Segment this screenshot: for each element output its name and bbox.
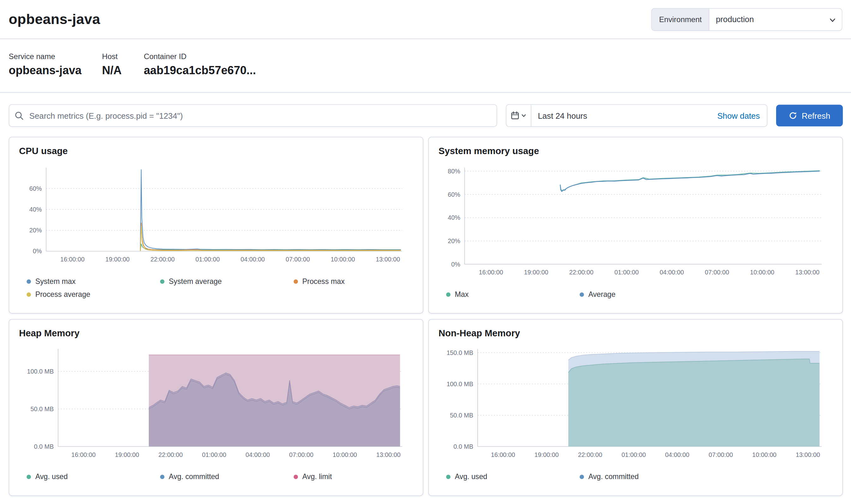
stat-label: Container ID: [144, 52, 256, 61]
svg-text:07:00:00: 07:00:00: [286, 256, 310, 263]
show-dates-link[interactable]: Show dates: [717, 111, 767, 120]
panel-title: Heap Memory: [19, 328, 413, 339]
legend-dot-icon: [26, 279, 31, 284]
non-heap-memory-chart: 0.0 MB50.0 MB100.0 MB150.0 MB16:00:0019:…: [439, 344, 827, 463]
calendar-icon: [511, 111, 519, 120]
heap-memory-legend: Avg. usedAvg. committedAvg. limit: [26, 472, 413, 481]
heap-memory-panel: Heap Memory 0.0 MB50.0 MB100.0 MB16:00:0…: [8, 319, 423, 496]
stat-label: Host: [102, 52, 144, 61]
cpu-usage-legend: System maxSystem averageProcess maxProce…: [26, 277, 413, 299]
stat-service-name: Service name opbeans-java: [8, 52, 102, 77]
refresh-icon: [789, 111, 797, 120]
environment-label: Environment: [652, 8, 709, 30]
svg-text:13:00:00: 13:00:00: [376, 451, 401, 458]
panel-title: CPU usage: [19, 146, 413, 157]
legend-item[interactable]: Avg. committed: [580, 472, 713, 481]
svg-text:01:00:00: 01:00:00: [615, 269, 639, 276]
legend-label: Avg. used: [455, 472, 487, 481]
series-Max: [561, 171, 819, 191]
system-memory-panel: System memory usage 0%20%40%60%80%16:00:…: [428, 137, 843, 313]
legend-item[interactable]: Avg. used: [446, 472, 580, 481]
svg-text:20%: 20%: [448, 237, 460, 245]
legend-dot-icon: [580, 292, 584, 296]
system-memory-legend: MaxAverage: [446, 290, 832, 299]
search-icon: [15, 111, 24, 120]
svg-text:16:00:00: 16:00:00: [71, 451, 96, 458]
legend-item[interactable]: System max: [26, 277, 160, 286]
svg-text:01:00:00: 01:00:00: [202, 451, 226, 458]
svg-text:10:00:00: 10:00:00: [752, 451, 777, 458]
metrics-search[interactable]: [8, 104, 497, 127]
svg-text:04:00:00: 04:00:00: [241, 256, 265, 263]
app-root: opbeans-java Environment production Serv…: [0, 0, 851, 504]
search-input[interactable]: [28, 110, 491, 121]
svg-text:100.0 MB: 100.0 MB: [447, 380, 474, 388]
svg-text:10:00:00: 10:00:00: [331, 256, 355, 263]
svg-text:16:00:00: 16:00:00: [491, 451, 515, 458]
metrics-controls: Last 24 hours Show dates Refresh: [8, 104, 843, 127]
svg-text:10:00:00: 10:00:00: [333, 451, 357, 458]
legend-item[interactable]: Avg. committed: [160, 472, 294, 481]
svg-text:19:00:00: 19:00:00: [534, 451, 559, 458]
environment-select[interactable]: production: [709, 8, 842, 30]
svg-text:40%: 40%: [29, 206, 42, 213]
svg-text:150.0 MB: 150.0 MB: [447, 349, 474, 356]
svg-text:0%: 0%: [33, 248, 42, 254]
svg-text:22:00:00: 22:00:00: [578, 451, 602, 458]
page-title: opbeans-java: [8, 11, 100, 28]
legend-item[interactable]: Process average: [26, 290, 160, 299]
legend-item[interactable]: Average: [580, 290, 713, 299]
svg-text:40%: 40%: [448, 214, 460, 221]
legend-dot-icon: [160, 279, 164, 284]
stat-value: opbeans-java: [8, 64, 102, 77]
legend-label: Max: [455, 290, 469, 299]
svg-text:16:00:00: 16:00:00: [60, 256, 85, 263]
legend-item[interactable]: Avg. used: [26, 472, 160, 481]
legend-dot-icon: [26, 292, 31, 296]
legend-dot-icon: [446, 292, 450, 296]
svg-text:60%: 60%: [29, 185, 42, 192]
legend-item[interactable]: Process max: [294, 277, 415, 286]
date-picker: Last 24 hours Show dates: [506, 104, 767, 127]
legend-item[interactable]: Avg. limit: [294, 472, 415, 481]
series-System max: [140, 169, 401, 250]
calendar-button[interactable]: [507, 105, 531, 127]
svg-text:20%: 20%: [29, 227, 42, 234]
legend-label: Avg. limit: [302, 472, 332, 481]
svg-text:19:00:00: 19:00:00: [115, 451, 139, 458]
legend-dot-icon: [26, 474, 31, 479]
svg-text:07:00:00: 07:00:00: [289, 451, 313, 458]
svg-text:04:00:00: 04:00:00: [665, 451, 689, 458]
svg-text:07:00:00: 07:00:00: [705, 269, 729, 276]
legend-label: System average: [169, 277, 222, 286]
non-heap-memory-panel: Non-Heap Memory 0.0 MB50.0 MB100.0 MB150…: [428, 319, 843, 496]
svg-text:22:00:00: 22:00:00: [159, 451, 183, 458]
svg-text:13:00:00: 13:00:00: [795, 269, 819, 276]
time-range-label[interactable]: Last 24 hours: [531, 111, 717, 120]
legend-item[interactable]: System average: [160, 277, 294, 286]
legend-label: Process max: [302, 277, 344, 286]
legend-label: Avg. used: [35, 472, 68, 481]
refresh-label: Refresh: [802, 111, 830, 120]
series-System average: [140, 244, 401, 251]
svg-text:01:00:00: 01:00:00: [196, 256, 220, 263]
legend-dot-icon: [294, 279, 298, 284]
svg-text:0.0 MB: 0.0 MB: [454, 443, 474, 450]
refresh-button[interactable]: Refresh: [776, 105, 843, 127]
environment-control: Environment production: [651, 8, 842, 31]
page-header: opbeans-java Environment production: [0, 0, 851, 39]
svg-text:0%: 0%: [451, 261, 460, 268]
legend-dot-icon: [160, 474, 164, 479]
legend-dot-icon: [580, 474, 584, 479]
series-Avg. used: [568, 359, 819, 447]
stat-host: Host N/A: [102, 52, 144, 77]
chevron-down-icon: [829, 16, 836, 25]
heap-memory-chart: 0.0 MB50.0 MB100.0 MB16:00:0019:00:0022:…: [19, 344, 407, 463]
cpu-usage-panel: CPU usage 0%20%40%60%16:00:0019:00:0022:…: [8, 137, 423, 313]
environment-value: production: [716, 15, 754, 24]
svg-text:100.0 MB: 100.0 MB: [27, 368, 54, 375]
series-Average: [561, 171, 819, 192]
legend-item[interactable]: Max: [446, 290, 580, 299]
svg-text:22:00:00: 22:00:00: [150, 256, 175, 263]
panel-title: System memory usage: [439, 146, 832, 157]
